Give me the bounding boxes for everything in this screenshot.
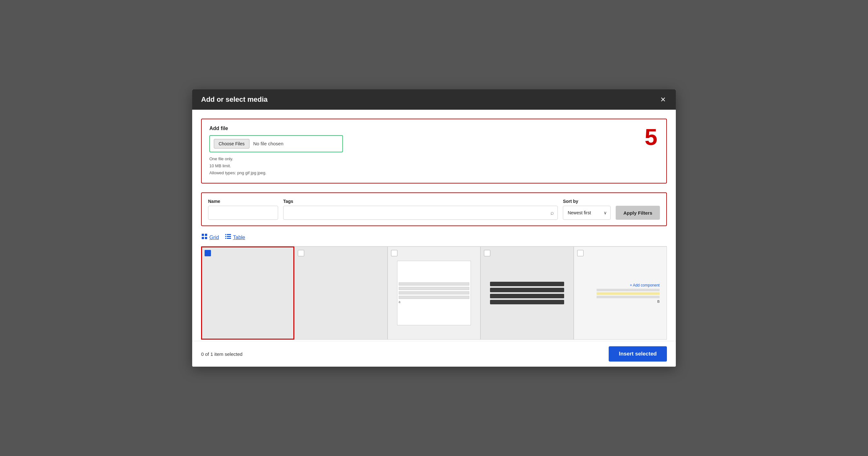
add-file-section: Add file Choose Files No file chosen One… [201, 119, 667, 184]
file-input-wrapper: Choose Files No file chosen [209, 135, 343, 152]
apply-filters-button[interactable]: Apply Filters [616, 206, 660, 220]
no-file-text: No file chosen [253, 141, 283, 146]
add-component-label: + Add component [630, 283, 659, 288]
media-item-checkbox[interactable] [391, 250, 397, 256]
grid-icon [202, 234, 208, 241]
choose-files-button[interactable]: Choose Files [214, 139, 249, 149]
name-label: Name [208, 199, 278, 204]
dark-line-4 [490, 300, 564, 304]
tags-input[interactable] [283, 206, 558, 220]
hint-allowed-types: Allowed types: png gif jpg jpeg. [209, 169, 659, 176]
svg-rect-3 [205, 237, 207, 239]
sort-filter-group: Sort by Newest first Oldest first Name A… [563, 199, 611, 220]
grid-view-button[interactable]: Grid [202, 234, 219, 241]
table-row-3 [399, 291, 470, 294]
media-item[interactable] [294, 247, 388, 339]
hint-one-file: One file only. [209, 156, 659, 162]
table-label-small: a [399, 299, 470, 304]
svg-rect-9 [227, 238, 231, 239]
view-toggle: Grid Table [201, 234, 667, 241]
table-row-4 [399, 296, 470, 299]
table-row-2 [399, 287, 470, 290]
thumbnail-blank [202, 247, 294, 339]
media-item-checkbox[interactable] [298, 250, 304, 256]
sort-select[interactable]: Newest first Oldest first Name A-Z Name … [563, 206, 611, 220]
file-hints: One file only. 10 MB limit. Allowed type… [209, 156, 659, 176]
name-input[interactable] [208, 206, 278, 220]
mini-bar-3 [597, 296, 659, 298]
thumbnail-dark-lines [490, 282, 564, 304]
svg-rect-5 [227, 234, 231, 235]
tags-input-wrapper: ⌕ [283, 206, 558, 220]
modal-body: Add file Choose Files No file chosen One… [192, 110, 676, 339]
svg-rect-0 [202, 234, 204, 236]
dark-line-3 [490, 294, 564, 298]
name-filter-group: Name [208, 199, 278, 220]
mini-bar-1 [597, 289, 659, 291]
modal-header: Add or select media × [192, 89, 676, 110]
media-content [294, 247, 387, 339]
table-view-button[interactable]: Table [225, 234, 245, 241]
selected-count: 0 of 1 item selected [201, 351, 243, 357]
table-icon [225, 234, 231, 241]
svg-rect-6 [225, 236, 226, 237]
media-grid: a [201, 246, 667, 339]
filter-section: Name Tags ⌕ Sort by Newest fir [201, 192, 667, 226]
insert-selected-button[interactable]: Insert selected [609, 346, 667, 362]
dark-line-2 [490, 288, 564, 292]
thumbnail-table: a [397, 261, 471, 326]
tags-filter-group: Tags ⌕ [283, 199, 558, 220]
modal-title: Add or select media [201, 95, 268, 104]
media-item[interactable]: + Add component B [574, 247, 667, 339]
hint-mb-limit: 10 MB limit. [209, 162, 659, 169]
media-item-checkbox[interactable] [205, 250, 211, 256]
grid-label: Grid [209, 235, 219, 240]
media-item-checkbox[interactable] [484, 250, 490, 256]
media-item[interactable] [201, 247, 294, 339]
svg-rect-1 [205, 234, 207, 236]
svg-rect-4 [225, 234, 226, 235]
close-button[interactable]: × [659, 95, 667, 104]
media-content [481, 247, 574, 339]
modal: Add or select media × Add file Choose Fi… [192, 89, 676, 367]
media-content: a [388, 247, 480, 339]
mini-label-b: B [657, 299, 659, 303]
table-row-1 [399, 282, 470, 286]
sort-select-wrapper: Newest first Oldest first Name A-Z Name … [563, 206, 611, 220]
thumbnail-add-component: + Add component B [581, 283, 659, 303]
filter-row: Name Tags ⌕ Sort by Newest fir [208, 199, 660, 220]
svg-rect-8 [225, 238, 226, 239]
dark-line-1 [490, 282, 564, 286]
table-label: Table [233, 235, 245, 240]
sort-label: Sort by [563, 199, 611, 204]
media-item[interactable] [480, 247, 574, 339]
svg-rect-7 [227, 236, 231, 237]
thumbnail-blank [294, 247, 387, 339]
svg-rect-2 [202, 237, 204, 239]
thumbnail-mini-content [597, 289, 659, 298]
media-item[interactable]: a [388, 247, 481, 339]
media-content: + Add component B [574, 247, 666, 339]
add-file-label: Add file [209, 126, 659, 131]
tags-label: Tags [283, 199, 558, 204]
media-content [202, 247, 294, 339]
media-item-checkbox[interactable] [577, 250, 584, 256]
modal-footer: 0 of 1 item selected Insert selected [192, 341, 676, 367]
step-number: 5 [645, 126, 657, 149]
mini-bar-2 [597, 292, 659, 295]
